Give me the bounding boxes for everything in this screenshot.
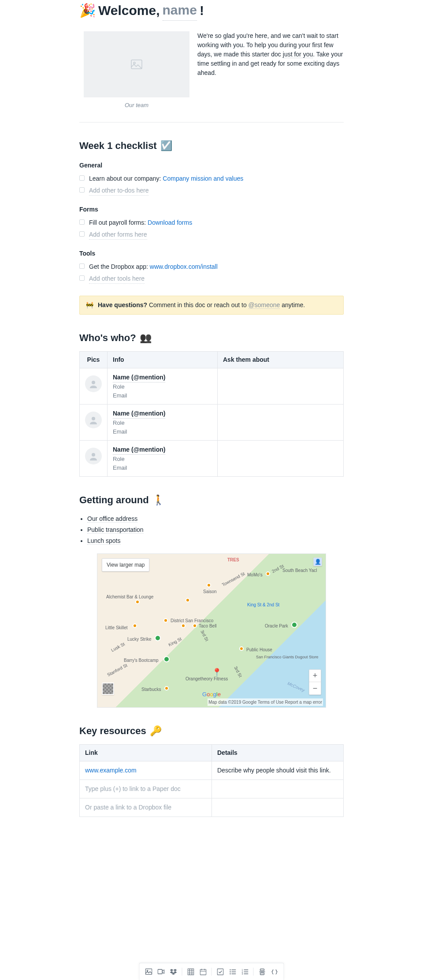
avatar-placeholder[interactable]: [85, 375, 102, 392]
checkbox-icon[interactable]: [79, 187, 85, 193]
person-name[interactable]: Name (@mention): [113, 373, 165, 382]
person-name[interactable]: Name (@mention): [113, 409, 165, 419]
col-pics: Pics: [80, 352, 108, 368]
download-forms-link[interactable]: Download forms: [148, 219, 192, 226]
resource-placeholder[interactable]: Or paste a link to a Dropbox file: [85, 804, 171, 811]
todo-placeholder[interactable]: Add other to-dos here: [89, 186, 148, 196]
example-link[interactable]: www.example.com: [85, 767, 137, 774]
checkbox-icon[interactable]: [79, 231, 85, 237]
person-name[interactable]: Name (@mention): [113, 445, 165, 455]
todo-item[interactable]: Learn about our company: Company mission…: [79, 173, 344, 185]
someone-mention[interactable]: @someone: [249, 301, 280, 309]
svg-point-1: [134, 62, 135, 64]
col-details: Details: [212, 745, 344, 761]
resource-details[interactable]: [212, 780, 344, 798]
table-row[interactable]: Name (@mention)RoleEmail: [80, 368, 344, 405]
team-image-block[interactable]: Our team: [84, 31, 189, 110]
image-placeholder[interactable]: [84, 31, 189, 97]
map-street-label: 3rd St: [232, 665, 244, 679]
getting-around-list[interactable]: Our office address Public transportation…: [79, 513, 344, 546]
map-zoom-controls[interactable]: + −: [309, 669, 321, 695]
map-street-label: Stanford St: [106, 662, 128, 678]
checkbox-icon[interactable]: [79, 264, 85, 269]
image-icon: [131, 59, 142, 69]
street-view-button[interactable]: [102, 683, 114, 695]
todo-item[interactable]: Get the Dropbox app: www.dropbox.com/ins…: [79, 261, 344, 273]
zoom-out-button[interactable]: −: [309, 682, 321, 694]
person-role[interactable]: Role: [113, 419, 212, 427]
intro-row: Our team We're so glad you're here, and …: [79, 31, 344, 110]
todo-placeholder[interactable]: Add other forms here: [89, 230, 147, 240]
image-caption[interactable]: Our team: [125, 101, 148, 110]
map-user-icon[interactable]: 👤: [313, 557, 322, 566]
resource-details[interactable]: Describe why people should visit this li…: [212, 761, 344, 780]
table-row[interactable]: www.example.com Describe why people shou…: [80, 761, 344, 780]
col-ask: Ask them about: [218, 352, 344, 368]
info-cell[interactable]: Name (@mention)RoleEmail: [108, 368, 218, 405]
svg-point-4: [92, 453, 95, 457]
company-mission-link[interactable]: Company mission and values: [163, 175, 243, 182]
table-row[interactable]: Or paste a link to a Dropbox file: [80, 798, 344, 817]
checklist-section-forms[interactable]: Forms: [79, 205, 344, 214]
info-cell[interactable]: Name (@mention)RoleEmail: [108, 405, 218, 441]
table-row[interactable]: Name (@mention)RoleEmail: [80, 405, 344, 441]
ask-cell[interactable]: [218, 441, 344, 477]
resource-placeholder[interactable]: Type plus (+) to link to a Paper doc: [85, 785, 181, 792]
title-suffix: !: [200, 0, 204, 20]
intro-text[interactable]: We're so glad you're here, and we can't …: [197, 31, 344, 110]
todo-text[interactable]: Fill out payroll forms: Download forms: [89, 218, 192, 227]
map-street-label: Lusk St: [110, 641, 126, 653]
map-pin-green-icon: [155, 635, 161, 641]
list-item[interactable]: Public transportation: [87, 524, 344, 535]
resource-details[interactable]: [212, 798, 344, 817]
map-label: Barry's Bootcamp: [124, 657, 159, 664]
todo-item[interactable]: Add other forms here: [79, 229, 344, 241]
resources-heading[interactable]: Key resources 🔑: [79, 724, 344, 738]
person-email[interactable]: Email: [113, 391, 212, 400]
list-item-text: Public transportation: [87, 526, 144, 534]
person-role[interactable]: Role: [113, 455, 212, 464]
whoswho-heading[interactable]: Who's who? 👥: [79, 330, 344, 345]
whoswho-table[interactable]: Pics Info Ask them about Name (@mention)…: [79, 351, 344, 477]
checkbox-icon[interactable]: [79, 175, 85, 181]
list-item[interactable]: Lunch spots: [87, 535, 344, 546]
avatar-cell[interactable]: [80, 441, 108, 477]
view-larger-map-button[interactable]: View larger map: [102, 558, 149, 572]
info-cell[interactable]: Name (@mention)RoleEmail: [108, 441, 218, 477]
todo-text[interactable]: Learn about our company: Company mission…: [89, 174, 243, 183]
checkbox-icon[interactable]: [79, 275, 85, 281]
resources-table[interactable]: Link Details www.example.com Describe wh…: [79, 744, 344, 817]
embedded-map[interactable]: View larger map 👤 TRES MoMo's South Beac…: [97, 553, 326, 708]
todo-item[interactable]: Add other to-dos here: [79, 185, 344, 197]
checklist-heading[interactable]: Week 1 checklist ☑️: [79, 138, 344, 153]
ask-cell[interactable]: [218, 405, 344, 441]
table-row[interactable]: Name (@mention)RoleEmail: [80, 441, 344, 477]
avatar-cell[interactable]: [80, 368, 108, 405]
list-item[interactable]: Our office address: [87, 513, 344, 524]
getting-around-heading[interactable]: Getting around 🚶: [79, 493, 344, 507]
avatar-cell[interactable]: [80, 405, 108, 441]
zoom-in-button[interactable]: +: [309, 670, 321, 682]
checklist-section-general[interactable]: General: [79, 161, 344, 170]
map-attribution[interactable]: Map data ©2019 Google Terms of Use Repor…: [208, 698, 323, 706]
person-email[interactable]: Email: [113, 427, 212, 436]
questions-callout[interactable]: 🚧 Have questions? Comment in this doc or…: [79, 296, 344, 315]
todo-item[interactable]: Fill out payroll forms: Download forms: [79, 217, 344, 229]
person-email[interactable]: Email: [113, 464, 212, 472]
dropbox-install-link[interactable]: www.dropbox.com/install: [150, 263, 218, 270]
svg-point-2: [92, 381, 95, 384]
avatar-placeholder[interactable]: [85, 412, 102, 428]
checkbox-icon[interactable]: [79, 219, 85, 225]
avatar-placeholder[interactable]: [85, 448, 102, 464]
title-name-placeholder[interactable]: name: [163, 0, 197, 21]
checklist-section-tools[interactable]: Tools: [79, 249, 344, 258]
ask-cell[interactable]: [218, 368, 344, 405]
todo-text[interactable]: Get the Dropbox app: www.dropbox.com/ins…: [89, 262, 218, 271]
person-role[interactable]: Role: [113, 382, 212, 391]
list-item-text: Our office address: [87, 515, 137, 523]
todo-item[interactable]: Add other tools here: [79, 273, 344, 285]
todo-placeholder[interactable]: Add other tools here: [89, 274, 145, 284]
callout-text: Have questions? Comment in this doc or r…: [98, 301, 305, 310]
page-title[interactable]: 🎉 Welcome, name !: [79, 0, 344, 21]
table-row[interactable]: Type plus (+) to link to a Paper doc: [80, 780, 344, 798]
